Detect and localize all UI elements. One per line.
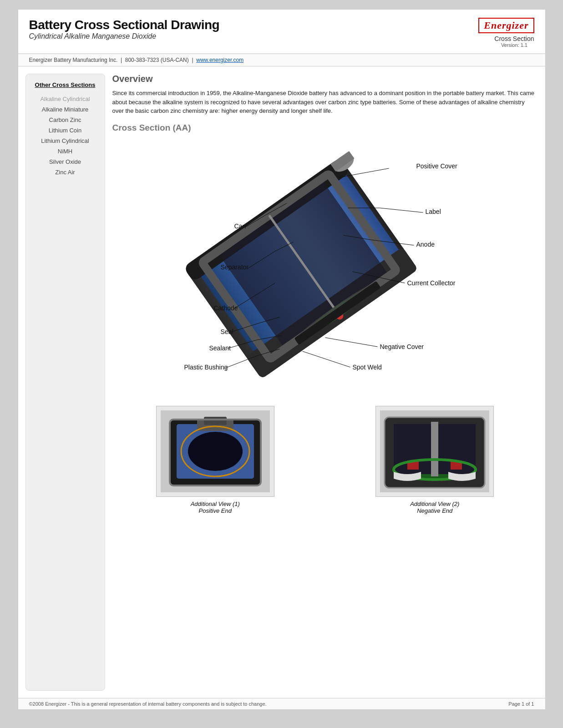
sidebar-item-nimh[interactable]: NiMH: [30, 146, 101, 157]
positive-end-svg: [161, 410, 270, 492]
right-panel: Overview Since its commercial introducti…: [112, 74, 538, 691]
sidebar-item-alkaline-cylindrical[interactable]: Alkaline Cylindrical: [30, 94, 101, 104]
page: Battery Cross Sectional Drawing Cylindri…: [18, 9, 546, 710]
company-name: Energizer Battery Manufacturing Inc.: [29, 57, 118, 63]
header-left: Battery Cross Sectional Drawing Cylindri…: [29, 18, 220, 40]
label-spot-weld: Spot Weld: [352, 364, 381, 371]
additional-views: Additional View (1) Positive End: [112, 406, 538, 514]
sidebar-item-zinc-air[interactable]: Zinc Air: [30, 167, 101, 177]
svg-rect-47: [431, 422, 438, 476]
label-negative-cover: Negative Cover: [380, 343, 424, 350]
svg-rect-39: [204, 417, 227, 425]
header-right-text: Cross Section Version: 1.1: [494, 35, 534, 48]
svg-line-22: [302, 351, 350, 367]
diagram-area: Positive Cover Label Anode Current Colle…: [112, 137, 538, 392]
sidebar-item-silver-oxide[interactable]: Silver Oxide: [30, 157, 101, 167]
footer: ©2008 Energizer - This is a general repr…: [18, 698, 545, 709]
sidebar: Other Cross Sections Alkaline Cylindrica…: [25, 74, 105, 691]
view-box-1: [156, 406, 274, 497]
svg-line-16: [380, 208, 423, 212]
label-cathode: Cathode: [213, 304, 238, 312]
sidebar-item-alkaline-miniature[interactable]: Alkaline Miniature: [30, 104, 101, 115]
label-current-collector: Current Collector: [407, 279, 455, 287]
svg-line-21: [325, 338, 377, 347]
version-label: Version: 1.1: [494, 42, 534, 48]
battery-diagram: Positive Cover Label Anode Current Colle…: [112, 137, 538, 392]
cross-section-title: Cross Section (AA): [112, 123, 538, 133]
label-sealant: Sealant: [209, 344, 231, 352]
header-right: Energizer Cross Section Version: 1.1: [478, 18, 534, 48]
svg-point-41: [188, 432, 243, 471]
sidebar-item-lithium-cylindrical[interactable]: Lithium Cylindrical: [30, 136, 101, 146]
additional-view-1: Additional View (1) Positive End: [112, 406, 319, 514]
overview-text: Since its commercial introduction in 195…: [112, 89, 538, 116]
page-title: Battery Cross Sectional Drawing: [29, 18, 220, 32]
sidebar-title: Other Cross Sections: [30, 81, 101, 88]
additional-view-2: Additional View (2) Negative End: [332, 406, 538, 514]
label-label: Label: [425, 208, 441, 215]
section-label: Cross Section: [494, 35, 534, 42]
page-subtitle: Cylindrical Alkaline Manganese Dioxide: [29, 32, 220, 40]
view-caption-2: Additional View (2) Negative End: [410, 500, 459, 514]
negative-end-svg: [380, 410, 489, 492]
overview-title: Overview: [112, 74, 538, 84]
label-positive-cover: Positive Cover: [416, 162, 457, 170]
website-link[interactable]: www.energizer.com: [196, 57, 243, 63]
label-anode: Anode: [416, 241, 435, 248]
phone-number: 800-383-7323 (USA-CAN): [125, 57, 189, 63]
subheader: Energizer Battery Manufacturing Inc. | 8…: [18, 54, 545, 66]
copyright: ©2008 Energizer - This is a general repr…: [29, 701, 267, 707]
label-can: Can: [234, 222, 246, 230]
label-separator: Separator: [220, 263, 249, 271]
sidebar-item-carbon-zinc[interactable]: Carbon Zinc: [30, 115, 101, 125]
view-caption-1: Additional View (1) Positive End: [191, 500, 240, 514]
energizer-logo: Energizer: [478, 18, 534, 33]
label-plastic-bushing: Plastic Bushing: [184, 364, 228, 371]
page-number: Page 1 of 1: [508, 701, 534, 707]
main-content: Other Cross Sections Alkaline Cylindrica…: [18, 66, 545, 698]
header: Battery Cross Sectional Drawing Cylindri…: [18, 10, 545, 54]
sidebar-item-lithium-coin[interactable]: Lithium Coin: [30, 125, 101, 136]
view-box-2: [375, 406, 494, 497]
